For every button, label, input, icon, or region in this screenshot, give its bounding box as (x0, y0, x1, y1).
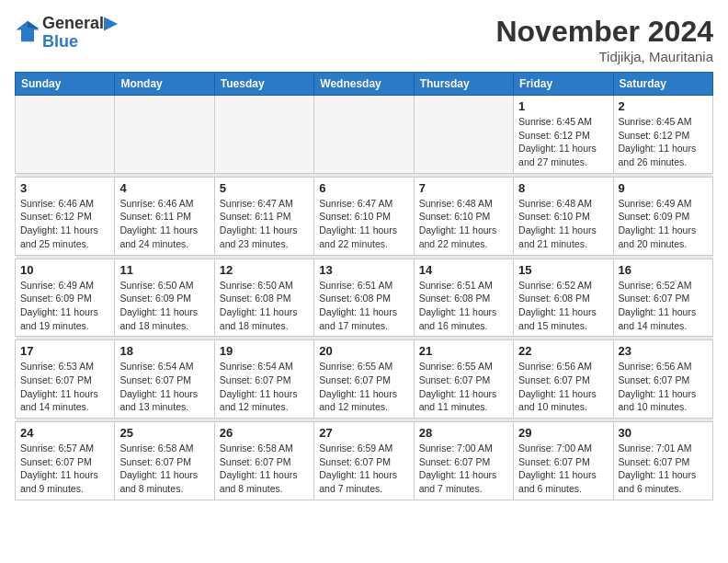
day-info: Sunrise: 6:47 AMSunset: 6:11 PMDaylight:… (220, 197, 309, 251)
day-number: 1 (518, 99, 608, 113)
calendar-cell: 30Sunrise: 7:01 AMSunset: 6:07 PMDayligh… (613, 422, 712, 500)
logo-icon (15, 18, 40, 44)
day-number: 28 (419, 426, 508, 440)
day-number: 18 (119, 344, 209, 358)
weekday-header-tuesday: Tuesday (214, 73, 313, 96)
calendar-cell: 5Sunrise: 6:47 AMSunset: 6:11 PMDaylight… (214, 177, 313, 255)
day-info: Sunrise: 6:48 AMSunset: 6:10 PMDaylight:… (419, 197, 508, 251)
calendar-cell: 7Sunrise: 6:48 AMSunset: 6:10 PMDaylight… (414, 177, 513, 255)
weekday-header-saturday: Saturday (613, 73, 712, 96)
day-number: 7 (419, 181, 508, 195)
day-info: Sunrise: 7:01 AMSunset: 6:07 PMDaylight:… (619, 442, 708, 496)
day-info: Sunrise: 6:45 AMSunset: 6:12 PMDaylight:… (619, 115, 708, 169)
calendar-table: SundayMondayTuesdayWednesdayThursdayFrid… (15, 72, 713, 500)
day-info: Sunrise: 6:51 AMSunset: 6:08 PMDaylight:… (319, 279, 408, 333)
calendar-cell: 4Sunrise: 6:46 AMSunset: 6:11 PMDaylight… (115, 177, 214, 255)
day-number: 19 (220, 344, 309, 358)
day-number: 22 (518, 344, 608, 358)
day-info: Sunrise: 6:58 AMSunset: 6:07 PMDaylight:… (119, 442, 209, 496)
day-number: 3 (20, 181, 109, 195)
day-number: 25 (119, 426, 209, 440)
calendar-cell: 10Sunrise: 6:49 AMSunset: 6:09 PMDayligh… (16, 259, 115, 337)
calendar-cell: 2Sunrise: 6:45 AMSunset: 6:12 PMDaylight… (613, 96, 712, 174)
day-number: 10 (20, 263, 109, 277)
svg-marker-1 (28, 21, 40, 29)
calendar-cell (314, 96, 414, 174)
day-number: 17 (20, 344, 109, 358)
calendar-cell: 13Sunrise: 6:51 AMSunset: 6:08 PMDayligh… (314, 259, 414, 337)
day-info: Sunrise: 6:57 AMSunset: 6:07 PMDaylight:… (20, 442, 109, 496)
day-number: 26 (220, 426, 309, 440)
calendar-cell: 23Sunrise: 6:56 AMSunset: 6:07 PMDayligh… (613, 340, 712, 419)
calendar-cell: 20Sunrise: 6:55 AMSunset: 6:07 PMDayligh… (314, 340, 414, 419)
calendar-cell: 16Sunrise: 6:52 AMSunset: 6:07 PMDayligh… (613, 259, 712, 337)
day-info: Sunrise: 6:52 AMSunset: 6:07 PMDaylight:… (619, 279, 708, 333)
day-number: 20 (319, 344, 408, 358)
day-number: 23 (619, 344, 708, 358)
calendar-cell (115, 96, 214, 174)
calendar-cell: 14Sunrise: 6:51 AMSunset: 6:08 PMDayligh… (414, 259, 513, 337)
weekday-header-friday: Friday (514, 73, 613, 96)
day-number: 2 (619, 99, 708, 113)
day-info: Sunrise: 6:54 AMSunset: 6:07 PMDaylight:… (220, 360, 309, 414)
calendar-week-4: 17Sunrise: 6:53 AMSunset: 6:07 PMDayligh… (16, 340, 713, 419)
calendar-cell: 8Sunrise: 6:48 AMSunset: 6:10 PMDaylight… (514, 177, 613, 255)
calendar-week-3: 10Sunrise: 6:49 AMSunset: 6:09 PMDayligh… (16, 259, 713, 337)
day-number: 8 (518, 181, 608, 195)
calendar-cell: 22Sunrise: 6:56 AMSunset: 6:07 PMDayligh… (514, 340, 613, 419)
day-info: Sunrise: 6:58 AMSunset: 6:07 PMDaylight:… (220, 442, 309, 496)
day-info: Sunrise: 6:56 AMSunset: 6:07 PMDaylight:… (518, 360, 608, 414)
calendar-cell: 24Sunrise: 6:57 AMSunset: 6:07 PMDayligh… (16, 422, 115, 500)
calendar-cell: 15Sunrise: 6:52 AMSunset: 6:08 PMDayligh… (514, 259, 613, 337)
day-info: Sunrise: 6:47 AMSunset: 6:10 PMDaylight:… (319, 197, 408, 251)
day-info: Sunrise: 6:53 AMSunset: 6:07 PMDaylight:… (20, 360, 109, 414)
day-info: Sunrise: 6:48 AMSunset: 6:10 PMDaylight:… (518, 197, 608, 251)
calendar-cell: 26Sunrise: 6:58 AMSunset: 6:07 PMDayligh… (214, 422, 313, 500)
day-info: Sunrise: 6:50 AMSunset: 6:09 PMDaylight:… (119, 279, 209, 333)
day-info: Sunrise: 6:51 AMSunset: 6:08 PMDaylight:… (419, 279, 508, 333)
calendar-cell (414, 96, 513, 174)
weekday-header-row: SundayMondayTuesdayWednesdayThursdayFrid… (16, 73, 713, 96)
calendar-cell: 9Sunrise: 6:49 AMSunset: 6:09 PMDaylight… (613, 177, 712, 255)
day-info: Sunrise: 6:55 AMSunset: 6:07 PMDaylight:… (319, 360, 408, 414)
day-info: Sunrise: 7:00 AMSunset: 6:07 PMDaylight:… (419, 442, 508, 496)
day-number: 27 (319, 426, 408, 440)
calendar-cell: 17Sunrise: 6:53 AMSunset: 6:07 PMDayligh… (16, 340, 115, 419)
day-number: 24 (20, 426, 109, 440)
logo-text: General▶ Blue (42, 15, 117, 52)
calendar-cell (214, 96, 313, 174)
day-number: 9 (619, 181, 708, 195)
day-info: Sunrise: 6:49 AMSunset: 6:09 PMDaylight:… (20, 279, 109, 333)
day-info: Sunrise: 7:00 AMSunset: 6:07 PMDaylight:… (518, 442, 608, 496)
calendar-week-5: 24Sunrise: 6:57 AMSunset: 6:07 PMDayligh… (16, 422, 713, 500)
calendar-week-2: 3Sunrise: 6:46 AMSunset: 6:12 PMDaylight… (16, 177, 713, 255)
day-info: Sunrise: 6:56 AMSunset: 6:07 PMDaylight:… (619, 360, 708, 414)
calendar-cell: 27Sunrise: 6:59 AMSunset: 6:07 PMDayligh… (314, 422, 414, 500)
day-number: 11 (119, 263, 209, 277)
day-info: Sunrise: 6:55 AMSunset: 6:07 PMDaylight:… (419, 360, 508, 414)
calendar-cell: 18Sunrise: 6:54 AMSunset: 6:07 PMDayligh… (115, 340, 214, 419)
calendar-cell: 3Sunrise: 6:46 AMSunset: 6:12 PMDaylight… (16, 177, 115, 255)
calendar-cell: 25Sunrise: 6:58 AMSunset: 6:07 PMDayligh… (115, 422, 214, 500)
day-info: Sunrise: 6:59 AMSunset: 6:07 PMDaylight:… (319, 442, 408, 496)
weekday-header-monday: Monday (115, 73, 214, 96)
weekday-header-thursday: Thursday (414, 73, 513, 96)
calendar-cell (16, 96, 115, 174)
month-title: November 2024 (495, 15, 713, 49)
day-number: 16 (619, 263, 708, 277)
calendar-cell: 11Sunrise: 6:50 AMSunset: 6:09 PMDayligh… (115, 259, 214, 337)
day-number: 29 (518, 426, 608, 440)
location: Tidjikja, Mauritania (495, 49, 713, 64)
calendar-cell: 21Sunrise: 6:55 AMSunset: 6:07 PMDayligh… (414, 340, 513, 419)
day-info: Sunrise: 6:45 AMSunset: 6:12 PMDaylight:… (518, 115, 608, 169)
calendar-cell: 19Sunrise: 6:54 AMSunset: 6:07 PMDayligh… (214, 340, 313, 419)
day-info: Sunrise: 6:49 AMSunset: 6:09 PMDaylight:… (619, 197, 708, 251)
day-number: 12 (220, 263, 309, 277)
day-number: 6 (319, 181, 408, 195)
day-info: Sunrise: 6:46 AMSunset: 6:12 PMDaylight:… (20, 197, 109, 251)
calendar-cell: 28Sunrise: 7:00 AMSunset: 6:07 PMDayligh… (414, 422, 513, 500)
calendar-cell: 12Sunrise: 6:50 AMSunset: 6:08 PMDayligh… (214, 259, 313, 337)
day-number: 30 (619, 426, 708, 440)
day-info: Sunrise: 6:50 AMSunset: 6:08 PMDaylight:… (220, 279, 309, 333)
weekday-header-wednesday: Wednesday (314, 73, 414, 96)
